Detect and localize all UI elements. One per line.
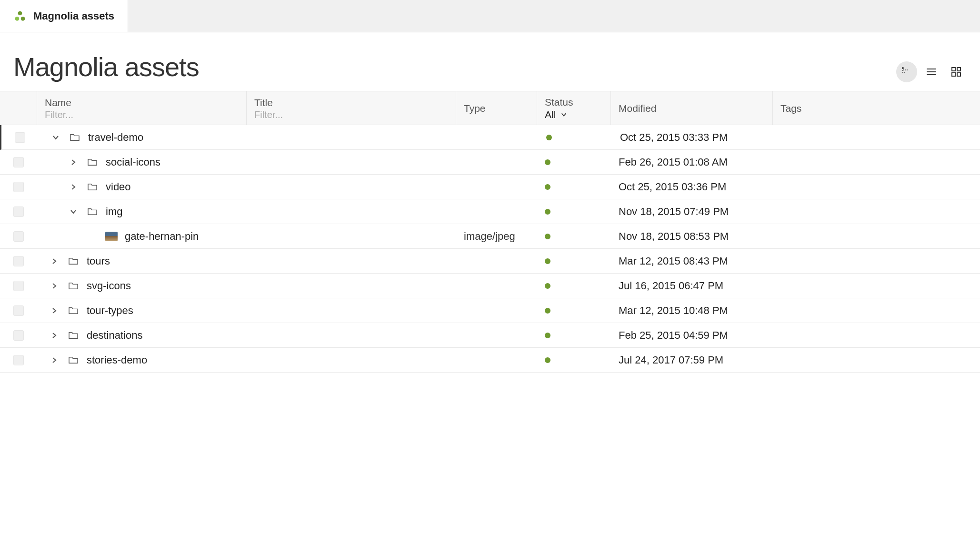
status-dot-icon	[545, 333, 550, 338]
row-tags-cell	[773, 330, 980, 341]
status-dot-icon	[545, 357, 550, 363]
row-modified-cell: Feb 25, 2015 04:59 PM	[611, 324, 773, 347]
row-name-cell: tours	[37, 249, 247, 273]
col-type-label: Type	[464, 103, 529, 114]
collapse-icon[interactable]	[46, 134, 65, 141]
view-list-button[interactable]	[921, 61, 942, 82]
title-filter-input[interactable]	[254, 109, 448, 120]
expand-icon[interactable]	[64, 158, 83, 166]
table-row[interactable]: stories-demoJul 24, 2017 07:59 PM	[0, 348, 980, 373]
svg-rect-8	[957, 68, 960, 71]
expand-icon[interactable]	[45, 257, 64, 265]
status-filter-value: All	[545, 109, 556, 120]
row-modified-cell: Jul 24, 2017 07:59 PM	[611, 348, 773, 372]
row-status-cell	[537, 253, 611, 270]
table-row[interactable]: social-iconsFeb 26, 2015 01:08 AM	[0, 150, 980, 175]
magnolia-logo-icon	[13, 10, 27, 23]
svg-point-0	[18, 11, 22, 15]
col-name: Name	[37, 91, 247, 125]
row-tags-cell	[773, 255, 980, 267]
row-checkbox[interactable]	[13, 206, 24, 217]
expand-icon[interactable]	[45, 332, 64, 339]
row-checkbox-cell	[0, 226, 37, 247]
row-modified-value: Mar 12, 2015 10:48 PM	[619, 304, 728, 317]
row-type-cell	[458, 132, 539, 143]
row-name-label: social-icons	[102, 156, 160, 168]
collapse-icon[interactable]	[64, 208, 83, 216]
folder-icon	[83, 207, 102, 216]
svg-point-2	[21, 16, 25, 20]
row-type-cell	[456, 280, 537, 292]
row-checkbox-cell	[0, 176, 37, 198]
row-checkbox[interactable]	[13, 305, 24, 316]
row-checkbox[interactable]	[13, 256, 24, 266]
row-tags-cell	[774, 132, 980, 143]
status-dot-icon	[545, 159, 550, 165]
row-name-label: travel-demo	[84, 131, 143, 144]
row-type-cell	[456, 330, 537, 341]
col-type: Type	[456, 91, 537, 125]
row-checkbox[interactable]	[13, 231, 24, 242]
row-type-cell	[456, 181, 537, 193]
tab-bar: Magnolia assets	[0, 0, 980, 32]
row-checkbox[interactable]	[15, 132, 25, 143]
view-tree-button[interactable]	[896, 61, 917, 82]
view-grid-button[interactable]	[946, 61, 967, 82]
row-name-label: tour-types	[83, 304, 133, 317]
status-filter-dropdown[interactable]: All	[545, 109, 603, 120]
col-modified: Modified	[611, 91, 773, 125]
expand-icon[interactable]	[45, 307, 64, 314]
row-checkbox-cell	[0, 151, 37, 173]
page-title: Magnolia assets	[13, 51, 896, 82]
row-name-label: tours	[83, 255, 110, 267]
folder-icon	[64, 282, 83, 290]
table-row[interactable]: imgNov 18, 2015 07:49 PM	[0, 199, 980, 224]
table-row[interactable]: toursMar 12, 2015 08:43 PM	[0, 249, 980, 274]
row-status-cell	[537, 228, 611, 245]
row-checkbox[interactable]	[13, 355, 24, 365]
status-dot-icon	[545, 234, 550, 239]
table-row[interactable]: tour-typesMar 12, 2015 10:48 PM	[0, 298, 980, 323]
row-modified-cell: Mar 12, 2015 10:48 PM	[611, 299, 773, 323]
row-modified-value: Jul 24, 2017 07:59 PM	[619, 354, 723, 366]
row-title-cell	[247, 280, 456, 292]
table-row[interactable]: gate-hernan-pinimage/jpegNov 18, 2015 08…	[0, 224, 980, 249]
expand-icon[interactable]	[45, 356, 64, 364]
name-filter-input[interactable]	[45, 109, 239, 120]
row-title-cell	[247, 330, 456, 341]
row-title-cell	[247, 157, 456, 168]
row-checkbox[interactable]	[13, 157, 24, 167]
table-row[interactable]: destinationsFeb 25, 2015 04:59 PM	[0, 323, 980, 348]
expand-icon[interactable]	[45, 282, 64, 290]
row-name-cell: destinations	[37, 324, 247, 347]
col-modified-label: Modified	[619, 103, 765, 114]
row-checkbox-cell	[0, 275, 37, 297]
row-type-cell	[456, 255, 537, 267]
row-checkbox-cell	[0, 349, 37, 371]
row-status-cell	[537, 302, 611, 319]
row-title-cell	[247, 305, 456, 316]
row-name-cell: gate-hernan-pin	[37, 225, 247, 248]
row-modified-cell: Nov 18, 2015 08:53 PM	[611, 225, 773, 248]
table-row[interactable]: svg-iconsJul 16, 2015 06:47 PM	[0, 274, 980, 298]
row-type-cell: image/jpeg	[456, 225, 537, 248]
row-tags-cell	[773, 305, 980, 316]
row-checkbox[interactable]	[13, 281, 24, 291]
row-checkbox-cell	[1, 127, 39, 148]
status-dot-icon	[545, 209, 550, 215]
row-modified-cell: Feb 26, 2015 01:08 AM	[611, 150, 773, 174]
row-status-cell	[537, 178, 611, 196]
row-status-cell	[537, 277, 611, 295]
table-row[interactable]: videoOct 25, 2015 03:36 PM	[0, 175, 980, 199]
tab-label: Magnolia assets	[33, 10, 114, 22]
assets-table: Name Title Type Status All Modified	[0, 91, 980, 373]
row-checkbox[interactable]	[13, 330, 24, 341]
row-type-value: image/jpeg	[464, 230, 515, 243]
row-title-cell	[247, 354, 456, 366]
expand-icon[interactable]	[64, 183, 83, 191]
table-row[interactable]: travel-demoOct 25, 2015 03:33 PM	[0, 125, 980, 150]
folder-icon	[83, 183, 102, 191]
row-checkbox[interactable]	[13, 182, 24, 192]
tab-magnolia-assets[interactable]: Magnolia assets	[0, 0, 128, 32]
row-modified-value: Nov 18, 2015 08:53 PM	[619, 230, 729, 243]
